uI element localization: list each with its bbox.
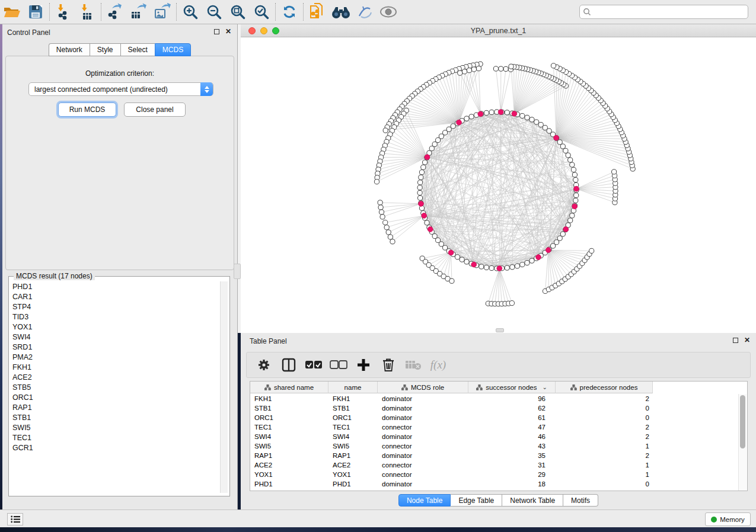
mcds-result-item[interactable]: ORC1 (9, 392, 218, 402)
column-panel-icon[interactable] (277, 355, 300, 375)
share-document-icon[interactable] (305, 2, 329, 21)
cell-MCDS-role: connector (378, 471, 468, 478)
mcds-result-item[interactable]: TEC1 (9, 432, 218, 443)
table-row[interactable]: TEC1TEC1connector472 (250, 422, 747, 432)
optimization-criterion-select[interactable]: largest connected component (undirected) (28, 82, 213, 96)
column-header-MCDS-role[interactable]: MCDS role (378, 382, 468, 393)
refresh-icon[interactable] (277, 2, 301, 21)
column-header-predecessor-nodes[interactable]: predecessor nodes (556, 382, 653, 393)
control-panel-title: Control Panel (7, 28, 50, 37)
save-session-icon[interactable] (24, 2, 47, 21)
desktop-wallpaper-bottom (0, 527, 756, 532)
import-table-icon[interactable] (75, 2, 99, 21)
mcds-result-list[interactable]: PHD1CAR1STP4TID3YOX1SWI4SRD1PMA2FKH1ACE2… (9, 281, 218, 492)
close-table-panel-icon[interactable]: ✕ (744, 337, 750, 343)
import-network-icon[interactable] (52, 2, 75, 21)
select-all-icon[interactable] (302, 355, 325, 375)
cell-shared-name: PHD1 (250, 480, 328, 488)
mcds-result-item[interactable]: SWI4 (9, 332, 218, 342)
tab-node-table[interactable]: Node Table (398, 494, 451, 507)
table-row[interactable]: STB1STB1dominator620 (250, 403, 747, 413)
zoom-in-icon[interactable] (178, 2, 202, 21)
mcds-result-item[interactable]: SRD1 (9, 342, 218, 352)
run-mcds-button[interactable]: Run MCDS (58, 102, 116, 117)
delete-column-icon[interactable] (377, 355, 400, 375)
close-panel-icon[interactable]: ✕ (225, 28, 231, 34)
mcds-result-item[interactable]: STB5 (9, 382, 218, 392)
mcds-result-item[interactable]: FKH1 (9, 362, 218, 372)
table-row[interactable]: ACE2ACE2connector311 (250, 460, 747, 470)
table-scrollbar[interactable] (738, 394, 747, 491)
mcds-result-item[interactable]: STB1 (9, 412, 218, 422)
add-column-icon[interactable] (352, 355, 375, 375)
show-eye-icon[interactable] (377, 2, 400, 21)
table-row[interactable]: PHD1PHD1dominator180 (250, 479, 747, 489)
open-file-icon[interactable] (0, 2, 24, 21)
column-header-shared-name[interactable]: shared name (250, 382, 328, 393)
mcds-result-item[interactable]: ACE2 (9, 372, 218, 382)
mcds-result-item[interactable]: CAR1 (9, 291, 218, 302)
tab-edge-table[interactable]: Edge Table (451, 494, 502, 507)
export-network-icon[interactable] (103, 2, 127, 21)
memory-button[interactable]: Memory (705, 512, 751, 526)
network-view-canvas[interactable] (241, 37, 756, 333)
network-graph[interactable] (241, 37, 756, 333)
table-row[interactable]: SWI5SWI5connector431 (250, 441, 747, 451)
hide-glasses-icon[interactable] (353, 2, 377, 21)
mcds-tab-content: Optimization criterion: largest connecte… (5, 56, 234, 270)
mcds-result-item[interactable]: TID3 (9, 312, 218, 322)
zoom-fit-icon[interactable] (226, 2, 250, 21)
cell-successor-nodes: 29 (468, 471, 556, 478)
mcds-result-item[interactable]: RAP1 (9, 402, 218, 412)
table-settings-icon[interactable] (253, 355, 275, 375)
tab-style[interactable]: Style (90, 43, 120, 56)
cell-predecessor-nodes: 2 (556, 452, 653, 459)
table-panel: Table Panel ✕ f(x) shared namenameMCDS r… (241, 333, 756, 509)
table-row[interactable]: SWI4SWI4dominator462 (250, 432, 747, 441)
cell-successor-nodes: 61 (468, 414, 556, 421)
cell-shared-name: TEC1 (250, 424, 328, 431)
float-panel-icon[interactable] (214, 29, 219, 34)
cell-MCDS-role: dominator (378, 433, 468, 440)
tab-select[interactable]: Select (120, 43, 155, 56)
cell-predecessor-nodes: 0 (556, 414, 653, 421)
zoom-out-icon[interactable] (202, 2, 226, 21)
search-input[interactable] (579, 5, 748, 19)
status-bar: Memory (0, 509, 756, 527)
table-row[interactable]: RAP1RAP1dominator352 (250, 451, 747, 460)
column-header-successor-nodes[interactable]: successor nodes⌄ (468, 382, 556, 393)
zoom-selected-icon[interactable] (250, 2, 273, 21)
export-image-icon[interactable] (151, 2, 174, 21)
mcds-result-item[interactable]: YOX1 (9, 322, 218, 332)
mcds-result-item[interactable]: PHD1 (9, 281, 218, 291)
mcds-result-item[interactable]: PMA2 (9, 352, 218, 362)
search-network-icon[interactable] (329, 2, 353, 21)
table-scrollbar-thumb[interactable] (740, 395, 745, 448)
splitter-grip[interactable] (234, 264, 241, 279)
tab-network[interactable]: Network (49, 43, 90, 56)
table-row[interactable]: YOX1YOX1connector291 (250, 470, 747, 479)
table-row[interactable]: ORC1ORC1dominator610 (250, 413, 747, 422)
cell-name: ACE2 (328, 462, 378, 469)
horizontal-splitter-grip[interactable] (496, 328, 504, 332)
cell-shared-name: STB1 (250, 405, 328, 412)
tab-motifs[interactable]: Motifs (563, 494, 598, 507)
export-table-icon[interactable] (127, 2, 151, 21)
mcds-result-scrollbar[interactable] (220, 281, 228, 493)
mcds-result-item[interactable]: STP4 (9, 302, 218, 312)
cell-successor-nodes: 31 (468, 462, 556, 469)
network-window-titlebar[interactable]: YPA_prune.txt_1 (241, 24, 756, 37)
close-panel-button[interactable]: Close panel (124, 102, 186, 117)
table-row[interactable]: FKH1FKH1dominator962 (250, 394, 747, 403)
task-history-button[interactable] (7, 513, 23, 525)
node-table-header: shared namenameMCDS rolesuccessor nodes⌄… (250, 382, 653, 393)
cell-shared-name: ACE2 (250, 462, 328, 469)
mcds-result-item[interactable]: SWI5 (9, 422, 218, 432)
mcds-result-item[interactable]: GCR1 (9, 443, 218, 453)
deselect-all-icon[interactable] (327, 355, 350, 375)
tab-mcds[interactable]: MCDS (155, 43, 191, 56)
cell-MCDS-role: connector (378, 462, 468, 469)
float-table-panel-icon[interactable] (733, 338, 738, 343)
tab-network-table[interactable]: Network Table (502, 494, 563, 507)
column-header-name[interactable]: name (328, 382, 378, 393)
